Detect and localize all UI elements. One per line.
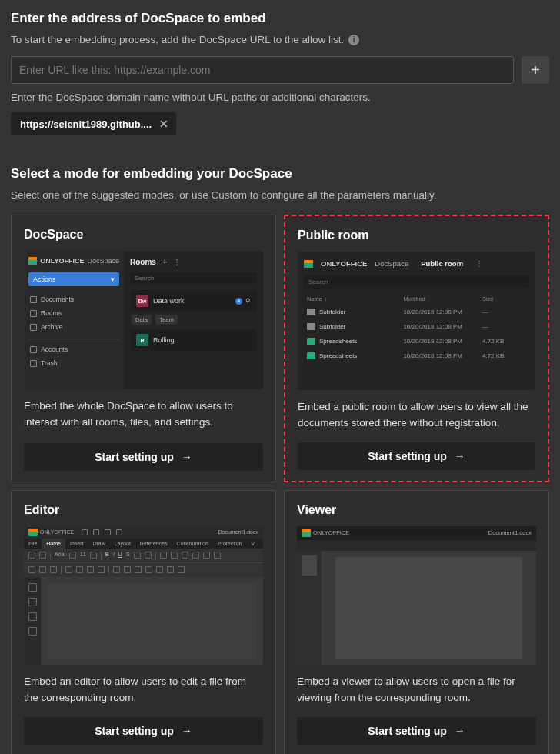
docspace-setup-button[interactable]: Start setting up → bbox=[24, 443, 263, 471]
print-icon bbox=[93, 529, 99, 535]
plus-icon: + bbox=[162, 257, 167, 266]
card-editor-preview: ONLYOFFICE Document1.docx FileHomeInsert… bbox=[24, 526, 263, 665]
editor-tab: Protection bbox=[213, 539, 247, 549]
viewer-thumbnails bbox=[297, 551, 322, 665]
save-icon bbox=[82, 529, 88, 535]
viewer-toolbar bbox=[297, 540, 536, 551]
card-public-desc: Embed a public room to allow users to vi… bbox=[298, 399, 535, 432]
arrow-right-icon: → bbox=[182, 725, 192, 737]
room-badge: Dw bbox=[136, 295, 148, 307]
tag: Data bbox=[132, 315, 152, 325]
comments-icon bbox=[28, 598, 37, 606]
folder-icon bbox=[307, 309, 315, 315]
card-public-preview: ONLYOFFICE DocSpace Public room ⋮ Search… bbox=[298, 252, 535, 390]
more-icon: ⋮ bbox=[475, 259, 483, 268]
more-icon: ⋮ bbox=[173, 258, 182, 266]
url-chip-label: https://selenit1989.github.... bbox=[20, 118, 152, 130]
viewer-page bbox=[335, 557, 522, 659]
room-badge: R bbox=[136, 334, 148, 346]
table-header: Name↓ Modified Size bbox=[304, 293, 529, 305]
arrow-right-icon: → bbox=[182, 451, 192, 463]
onlyoffice-logo: ONLYOFFICE DocSpace bbox=[28, 257, 119, 265]
section1-subtitle: To start the embedding process, add the … bbox=[11, 34, 344, 45]
search-input-preview: Search bbox=[130, 272, 257, 284]
table-row: Spreadsheets10/20/2018 12:08 PM4.72 KB bbox=[304, 334, 529, 349]
editor-tab: File bbox=[24, 539, 42, 549]
editor-tab: Insert bbox=[65, 539, 88, 549]
sheet-icon bbox=[307, 352, 315, 359]
logo-icon bbox=[28, 257, 37, 265]
editor-ribbon: Arial 11 B I U S bbox=[24, 549, 263, 562]
add-url-button[interactable]: + bbox=[522, 56, 549, 84]
close-icon[interactable]: ✕ bbox=[159, 118, 168, 130]
arrow-right-icon: → bbox=[455, 450, 465, 462]
logo-icon bbox=[304, 260, 313, 268]
card-docspace-preview: ONLYOFFICE DocSpace Actions ▾ Documents … bbox=[24, 251, 263, 389]
arrow-right-icon: → bbox=[455, 725, 465, 737]
table-row: Subfolder10/20/2018 12:08 PM— bbox=[304, 305, 529, 319]
url-helper-text: Enter the DocSpace domain name without U… bbox=[11, 92, 549, 103]
redo-icon bbox=[116, 529, 122, 535]
editor-tab: References bbox=[135, 539, 172, 549]
editor-tabs: FileHomeInsertDrawLayoutReferencesCollab… bbox=[24, 539, 263, 549]
editor-left-panel bbox=[24, 577, 41, 665]
public-setup-button[interactable]: Start setting up → bbox=[298, 442, 535, 470]
table-row: Subfolder10/20/2018 12:08 PM— bbox=[304, 319, 529, 334]
editor-tab: Home bbox=[42, 539, 65, 549]
section1-title: Enter the address of DocSpace to embed bbox=[11, 11, 549, 26]
chevron-down-icon: ▾ bbox=[111, 275, 115, 283]
editor-tab: Draw bbox=[88, 539, 109, 549]
actions-dropdown: Actions ▾ bbox=[28, 272, 119, 286]
info-icon[interactable]: i bbox=[348, 35, 359, 45]
editor-tab: V bbox=[246, 539, 259, 549]
search-input-preview: Search bbox=[304, 275, 529, 289]
documents-icon bbox=[30, 296, 37, 303]
trash-icon bbox=[30, 360, 37, 367]
editor-setup-button[interactable]: Start setting up → bbox=[24, 717, 263, 745]
room-item: R Rolling bbox=[130, 329, 257, 351]
undo-icon bbox=[105, 529, 111, 535]
sidebar-nav: Documents Rooms Archive Accounts Trash bbox=[28, 292, 119, 370]
room-item: Dw Data work 4 ⚲ bbox=[130, 290, 257, 312]
card-viewer-preview: ONLYOFFICE Document1.docx bbox=[297, 526, 536, 665]
card-viewer[interactable]: Viewer ONLYOFFICE Document1.docx Embed a… bbox=[284, 490, 549, 754]
notification-badge-icon: 4 bbox=[235, 298, 242, 305]
archive-icon bbox=[30, 324, 37, 331]
search-icon bbox=[28, 583, 37, 592]
plus-icon: + bbox=[531, 62, 540, 79]
section2-title: Select a mode for embedding your DocSpac… bbox=[11, 166, 549, 182]
card-public-room[interactable]: Public room ONLYOFFICE DocSpace Public r… bbox=[284, 215, 549, 482]
editor-tab: Layout bbox=[110, 539, 135, 549]
editor-tab: Collaboration bbox=[172, 539, 213, 549]
url-input[interactable] bbox=[11, 56, 514, 84]
tag: Team bbox=[155, 315, 177, 325]
viewer-setup-button[interactable]: Start setting up → bbox=[297, 717, 536, 745]
card-editor-desc: Embed an editor to allow users to edit a… bbox=[24, 674, 263, 706]
accounts-icon bbox=[30, 346, 37, 353]
url-chip: https://selenit1989.github.... ✕ bbox=[11, 112, 176, 135]
logo-icon bbox=[302, 529, 311, 537]
section2-subtitle: Select one of the suggested modes, or us… bbox=[11, 189, 549, 201]
section1-subtitle-row: To start the embedding process, add the … bbox=[11, 34, 549, 45]
editor-ribbon-2 bbox=[24, 562, 263, 577]
card-public-title: Public room bbox=[298, 229, 535, 242]
card-editor[interactable]: Editor ONLYOFFICE Document1.docx FileHom… bbox=[11, 490, 276, 754]
folder-icon bbox=[307, 323, 315, 330]
sheet-icon bbox=[307, 338, 315, 345]
nav-icon bbox=[28, 612, 37, 621]
card-docspace-title: DocSpace bbox=[24, 228, 263, 242]
rooms-icon bbox=[30, 310, 37, 317]
card-docspace[interactable]: DocSpace ONLYOFFICE DocSpace Actions ▾ bbox=[11, 215, 276, 482]
editor-page bbox=[47, 583, 257, 659]
logo-icon bbox=[28, 529, 38, 536]
card-editor-title: Editor bbox=[24, 503, 263, 517]
pin-icon: ⚲ bbox=[245, 297, 251, 305]
card-viewer-desc: Embed a viewer to allow users to open a … bbox=[297, 674, 536, 706]
card-docspace-desc: Embed the whole DocSpace to allow users … bbox=[24, 399, 263, 432]
card-viewer-title: Viewer bbox=[297, 503, 536, 517]
table-row: Spreadsheets10/20/2018 12:08 PM4.72 KB bbox=[304, 349, 529, 363]
feedback-icon bbox=[28, 627, 37, 636]
sort-icon: ↓ bbox=[325, 295, 328, 302]
